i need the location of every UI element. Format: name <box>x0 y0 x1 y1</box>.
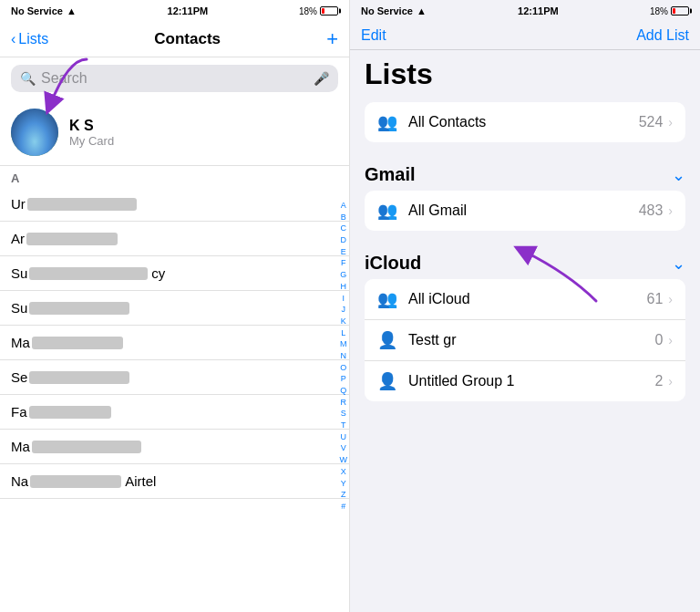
list-item[interactable]: Ma <box>0 326 349 360</box>
icloud-section: 👥 All iCloud 61 › 👤 Testt gr 0 › 👤 Untit… <box>365 279 685 401</box>
untitled-group-label: Untitled Group 1 <box>408 373 654 389</box>
alpha-w[interactable]: W <box>340 455 348 466</box>
contact-airtel: Airtel <box>125 473 156 489</box>
right-time: 12:11PM <box>518 5 559 16</box>
left-status-bar: No Service ▲ 12:11PM 18% <box>0 0 349 22</box>
all-contacts-item[interactable]: 👥 All Contacts 524 › <box>365 102 685 142</box>
search-icon: 🔍 <box>20 71 36 86</box>
all-gmail-item[interactable]: 👥 All Gmail 483 › <box>365 191 685 231</box>
contact-blurred <box>29 267 148 280</box>
right-battery-area: 18% <box>650 6 689 16</box>
list-item[interactable]: Na Airtel <box>0 464 349 499</box>
alpha-t[interactable]: T <box>340 420 348 431</box>
untitled-chevron-right-icon: › <box>668 374 673 389</box>
testt-gr-item[interactable]: 👤 Testt gr 0 › <box>365 320 685 361</box>
contact-blurred <box>32 337 123 349</box>
search-input-wrap[interactable]: 🔍 Search 🎤 <box>11 65 338 92</box>
left-nav-bar: ‹ Lists Contacts + <box>0 22 349 57</box>
list-item[interactable]: Ur <box>0 187 349 222</box>
alpha-y[interactable]: Y <box>340 479 348 490</box>
left-signal: No Service ▲ <box>11 5 77 16</box>
gmail-chevron-icon[interactable]: ⌄ <box>672 165 685 185</box>
alpha-u[interactable]: U <box>340 432 348 443</box>
all-gmail-count: 483 <box>639 202 664 219</box>
untitled-group-item[interactable]: 👤 Untitled Group 1 2 › <box>365 361 685 401</box>
alpha-r[interactable]: R <box>340 398 348 409</box>
testt-gr-label: Testt gr <box>408 332 654 348</box>
untitled-group-count: 2 <box>654 373 663 389</box>
alpha-x[interactable]: X <box>340 467 348 478</box>
gmail-chevron-right-icon: › <box>668 203 673 218</box>
alpha-k[interactable]: K <box>340 316 348 327</box>
alpha-v[interactable]: V <box>340 443 348 454</box>
alpha-m[interactable]: M <box>340 339 348 350</box>
alpha-a[interactable]: A <box>340 201 348 212</box>
back-button[interactable]: ‹ Lists <box>11 31 48 47</box>
section-a-header: A <box>0 166 349 187</box>
contact-prefix: Na <box>11 473 28 489</box>
all-contacts-count: 524 <box>639 114 664 130</box>
alpha-i[interactable]: I <box>340 294 348 305</box>
testt-group-icon: 👤 <box>377 330 397 350</box>
alpha-j[interactable]: J <box>340 305 348 316</box>
chevron-right-icon: › <box>668 115 673 130</box>
right-battery-percent: 18% <box>650 6 668 16</box>
list-item[interactable]: Ar <box>0 222 349 256</box>
untitled-group-icon: 👤 <box>377 371 397 391</box>
alpha-h[interactable]: H <box>340 282 348 293</box>
contacts-group-icon: 👥 <box>377 112 397 132</box>
list-item[interactable]: Su <box>0 291 349 326</box>
testt-gr-count: 0 <box>654 332 663 348</box>
alpha-z[interactable]: Z <box>340 490 348 501</box>
alpha-c[interactable]: C <box>340 223 348 234</box>
list-item[interactable]: Se <box>0 360 349 395</box>
list-item[interactable]: Su cy <box>0 256 349 291</box>
search-bar: 🔍 Search 🎤 <box>0 57 349 99</box>
list-item[interactable]: Ma <box>0 430 349 464</box>
gmail-group-icon: 👥 <box>377 201 397 221</box>
signal-text: No Service <box>11 5 63 16</box>
edit-button[interactable]: Edit <box>361 27 386 44</box>
alpha-s[interactable]: S <box>340 409 348 420</box>
contact-prefix: Ma <box>11 439 30 454</box>
right-wifi-icon: ▲ <box>417 5 427 16</box>
testt-chevron-right-icon: › <box>668 333 673 347</box>
right-battery-fill <box>673 8 675 14</box>
contact-blurred <box>29 371 129 384</box>
alpha-p[interactable]: P <box>340 374 348 385</box>
contact-prefix: Su <box>11 300 27 316</box>
all-icloud-count: 61 <box>647 291 664 307</box>
right-signal: No Service ▲ <box>361 5 427 16</box>
contact-prefix: Ur <box>11 196 26 212</box>
alpha-b[interactable]: B <box>340 213 348 223</box>
alpha-g[interactable]: G <box>340 270 348 281</box>
icloud-chevron-icon[interactable]: ⌄ <box>672 254 685 274</box>
right-nav-bar: Edit Add List <box>350 22 700 50</box>
alpha-hash[interactable]: # <box>340 502 348 513</box>
alphabet-nav[interactable]: A B C D E F G H I J K L M N O P Q R S T … <box>340 201 348 513</box>
contact-blurred <box>27 198 137 211</box>
back-label: Lists <box>18 31 48 47</box>
alpha-l[interactable]: L <box>340 328 348 339</box>
alpha-f[interactable]: F <box>340 258 348 269</box>
alpha-q[interactable]: Q <box>340 386 348 397</box>
all-contacts-section: 👥 All Contacts 524 › <box>365 102 685 142</box>
my-card[interactable]: K S My Card <box>0 99 349 166</box>
all-icloud-item[interactable]: 👥 All iCloud 61 › <box>365 279 685 320</box>
alpha-e[interactable]: E <box>340 247 348 258</box>
alpha-o[interactable]: O <box>340 363 348 374</box>
right-panel: No Service ▲ 12:11PM 18% Edit Add List L… <box>350 0 700 612</box>
icloud-group-icon: 👥 <box>377 289 397 309</box>
my-card-name: K S <box>69 118 114 134</box>
my-card-info: K S My Card <box>69 118 114 148</box>
all-icloud-label: All iCloud <box>408 291 647 307</box>
contact-prefix: Ma <box>11 335 30 350</box>
avatar <box>11 109 58 156</box>
alpha-n[interactable]: N <box>340 351 348 362</box>
left-battery-area: 18% <box>299 6 338 16</box>
list-item[interactable]: Fa <box>0 395 349 430</box>
add-list-button[interactable]: Add List <box>636 27 689 44</box>
add-contact-button[interactable]: + <box>326 27 338 51</box>
icloud-title: iCloud <box>365 253 421 274</box>
alpha-d[interactable]: D <box>340 235 348 246</box>
